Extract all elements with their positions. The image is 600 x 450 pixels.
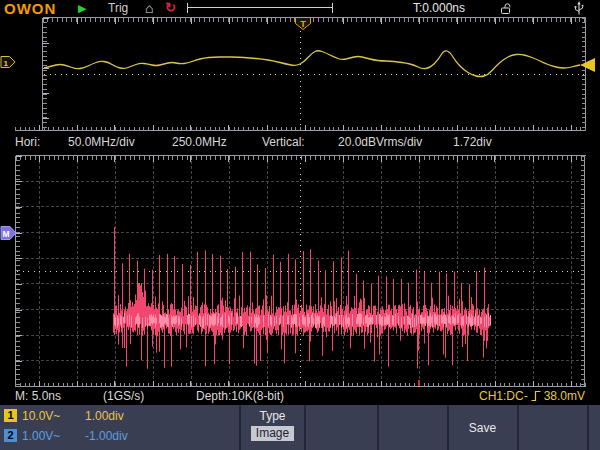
type-selected-value[interactable]: Image [251,426,294,441]
usb-icon [573,1,585,16]
home-icon[interactable]: ⌂ [145,0,153,16]
trigger-marker-label: T [300,19,306,29]
vertical-position-value: 1.72div [453,132,492,153]
hori-label: Hori: [15,132,40,153]
ch2-badge[interactable]: 2 [4,429,17,442]
header-bar: OWON ▶ Trig ⌂ ↻ T:0.000ns [0,0,600,17]
ch1-trace [44,51,580,77]
ch1-badge[interactable]: 1 [4,409,17,422]
menu-bar: 1 10.0V~ 1.00div 2 1.00V~ -1.00div Type … [0,405,600,450]
record-depth-readout: Depth:10K(8-bit) [196,388,284,404]
sample-rate-readout: (1GS/s) [103,388,144,404]
scope-display[interactable]: T1M [0,0,600,450]
menu-divider [377,405,379,450]
math-position-marker[interactable] [1,227,16,240]
time-offset-readout: T:0.000ns [413,0,465,17]
ch2-scale: 1.00V~ [22,429,60,443]
type-label: Type [259,409,285,423]
center-frequency-value: 250.0MHz [172,132,227,153]
oscilloscope-screen: OWON ▶ Trig ⌂ ↻ T:0.000ns Hori: 50.0MHz/… [0,0,600,450]
menu-divider [304,405,306,450]
math-marker-label: M [2,229,9,239]
run-state-icon[interactable]: ▶ [78,0,86,17]
type-menu-button[interactable]: Type Image [241,405,304,450]
menu-divider [517,405,519,450]
status-row: M: 5.0ns (1GS/s) Depth:10K(8-bit) CH1:DC… [0,388,600,404]
trigger-level-text: 38.0mV [544,388,585,404]
menu-divider [587,405,589,450]
ch1-position-marker[interactable] [1,57,15,68]
trigger-refresh-icon[interactable]: ↻ [165,0,176,16]
fft-spectrum-core [115,313,491,328]
freq-scale-value: 50.0MHz/div [68,132,135,153]
ch1-scale: 10.0V~ [22,409,60,423]
ch1-marker-label: 1 [4,59,9,68]
freq-marker-tick [418,380,420,386]
vertical-scale-value: 20.0dBVrms/div [338,132,422,153]
timebase-readout: M: 5.0ns [15,388,61,404]
trigger-status-label: Trig [108,0,128,17]
save-button[interactable]: Save [449,405,516,450]
trigger-level-arrow[interactable] [580,58,595,72]
owon-logo: OWON [4,0,56,17]
horizontal-info-row: Hori: 50.0MHz/div 250.0MHz Vertical: 20.… [0,132,600,153]
trigger-readout[interactable]: CH1:DC- 38.0mV [479,388,585,404]
unlock-icon[interactable] [500,2,513,15]
horizontal-position-indicator[interactable] [187,3,333,13]
vertical-label: Vertical: [262,132,305,153]
ch1-position: 1.00div [85,409,124,423]
trigger-position-marker[interactable] [296,18,311,30]
save-label: Save [469,421,496,435]
rising-edge-icon [531,390,541,402]
trigger-source-text: CH1:DC- [479,388,528,404]
fft-spectrum-trace [114,227,491,369]
ch2-position: -1.00div [85,429,128,443]
